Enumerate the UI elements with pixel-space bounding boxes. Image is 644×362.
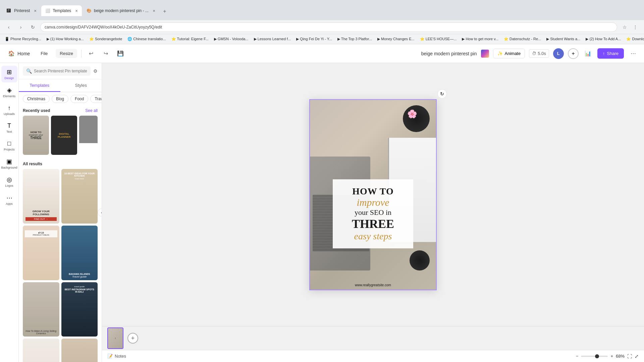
notes-label: Notes [115, 354, 126, 359]
zoom-thumb [595, 354, 599, 358]
tab-pinterest-close[interactable]: ✕ [34, 9, 37, 13]
canvas-refresh-button[interactable]: ↻ [437, 89, 447, 99]
tab-pinterest[interactable]: 🅿 Pinterest ✕ [3, 5, 41, 16]
share-button[interactable]: ↑ Share [597, 48, 624, 59]
bookmark-gmsn[interactable]: ▶ GMSN - Volooda... [212, 36, 251, 42]
sidebar-item-elements[interactable]: ◈ Elements [1, 84, 17, 101]
resize-button[interactable]: Resize [56, 49, 77, 58]
animate-button[interactable]: ✨ Animate [493, 49, 525, 58]
duration-display[interactable]: ⏱ 5.0s [529, 49, 549, 58]
redo-button[interactable]: ↪ [100, 48, 111, 59]
clock-icon: ⏱ [532, 51, 536, 56]
tab-pin[interactable]: 🎨 beige modern pinterest pin - ... ✕ [83, 5, 159, 16]
all-results-title: All results [23, 162, 42, 166]
sidebar-item-apps[interactable]: ⋯ Apps [1, 191, 17, 208]
sidebar-item-uploads[interactable]: ↑ Uploads [1, 102, 17, 118]
design-url: www.reallygreatsite.com [355, 283, 391, 287]
new-tab-button[interactable]: + [160, 7, 169, 16]
result-thumb-7 [23, 339, 59, 362]
see-all-button[interactable]: See all [85, 108, 98, 113]
result-thumb-1: GROW YOUR FOLLOWING FIND OUT → [23, 169, 59, 224]
sidebar-item-projects[interactable]: □ Projects [1, 137, 17, 154]
zoom-in-button[interactable]: + [610, 354, 613, 359]
pill-christmas[interactable]: Christmas [23, 95, 50, 103]
bookmark-download[interactable]: ⭐ Download - Cook... [624, 36, 644, 42]
tab-templates-close[interactable]: ✕ [75, 9, 78, 13]
fullscreen-button[interactable]: ⛶ [627, 354, 632, 359]
back-button[interactable]: ‹ [4, 22, 13, 32]
bookmark-tutorial[interactable]: ⭐ Tutorial: Eigene F... [169, 36, 211, 42]
bookmark-lee[interactable]: ⭐ LEE'S HOUSE—... [418, 36, 459, 42]
recent-template-2[interactable]: DIGITAL PLANNER [51, 116, 77, 155]
result-template-7[interactable] [23, 339, 59, 362]
recent-template-1[interactable]: HOW TO organize your THREE [23, 116, 49, 155]
sidebar-item-design[interactable]: ⊞ Design [1, 66, 17, 82]
sidebar-item-background[interactable]: ▣ Background [1, 155, 17, 172]
bookmark-datenschutz[interactable]: ⭐ Datenschutz - Re... [502, 36, 543, 42]
bookmark-chinese[interactable]: 🌐 Chinese translatio... [125, 36, 168, 42]
result-template-5[interactable]: How To Make A Living Selling Ceramics [23, 282, 59, 337]
undo-button[interactable]: ↩ [86, 48, 96, 59]
home-icon: 🏠 [8, 50, 15, 57]
share-label: Share [607, 51, 619, 56]
bookmark-money[interactable]: ▶ Money Changes E... [375, 36, 417, 42]
zoom-out-button[interactable]: − [576, 354, 579, 359]
tab-templates[interactable]: Templates [19, 79, 60, 92]
tab-styles[interactable]: Styles [60, 79, 102, 92]
pill-blog[interactable]: Blog [52, 95, 68, 103]
zoom-slider[interactable] [581, 356, 608, 357]
notes-button[interactable]: 📝 Notes [107, 354, 126, 359]
address-bar[interactable]: canva.com/design/DAFV24WQW/ooX4kOeU-ZaCi… [40, 22, 617, 32]
settings-icon[interactable]: ⋮ [631, 22, 640, 32]
tab-pin-close[interactable]: ✕ [153, 9, 155, 13]
all-results-section: All results GROW YOUR FOLLOWING FIND OUT… [19, 159, 102, 362]
home-label: Home [17, 51, 30, 56]
expand-button[interactable]: ⤢ [635, 354, 639, 359]
avatar[interactable]: L [553, 48, 564, 59]
pill-food[interactable]: Food [70, 95, 88, 103]
result-template-8[interactable] [61, 339, 98, 362]
tab-pinterest-label: Pinterest [14, 8, 30, 13]
result-template-2[interactable]: 10 BEST IDEAS FOR YOUR KITCHEN read more [61, 169, 98, 224]
filter-icon[interactable]: ⚙ [93, 68, 98, 74]
page-strip: 1 + [102, 326, 644, 350]
result-template-6[interactable]: travel guide BEST INSTAGRAM SPOTS IN BAL… [61, 282, 98, 337]
bookmark-top3[interactable]: ▶ The Top 3 Platfor... [335, 36, 374, 42]
bookmark-sonder[interactable]: ⭐ Sonderangebote [87, 36, 124, 42]
page-thumb-1[interactable]: 1 [107, 327, 123, 349]
bookmark-howmore[interactable]: ▶ How to get more v... [460, 36, 500, 42]
bookmark-phone[interactable]: 📱 Phone Recycling... [3, 36, 43, 42]
file-button[interactable]: File [37, 49, 52, 58]
tab-templates[interactable]: ⬜ Templates ✕ [41, 5, 82, 16]
refresh-button[interactable]: ↻ [28, 22, 38, 32]
search-input[interactable] [34, 69, 87, 73]
analytics-button[interactable]: 📊 [583, 48, 593, 59]
add-collaborator-button[interactable]: + [568, 48, 579, 59]
color-swatch[interactable] [481, 50, 489, 58]
result-template-1[interactable]: GROW YOUR FOLLOWING FIND OUT → [23, 169, 59, 224]
more-options-button[interactable]: ⋯ [628, 48, 639, 59]
animate-label: Animate [505, 51, 521, 56]
recently-used-grid: HOW TO organize your THREE DIGITAL [19, 114, 102, 156]
canvas-content[interactable]: ↻ 🌸 HOW TO [309, 99, 437, 290]
result-template-3[interactable]: 🏷 15 PRODUCT IDEAS [23, 226, 59, 280]
document-title: beige modern pinterest pin [421, 51, 477, 56]
bookmark-icon[interactable]: ☆ [620, 22, 629, 32]
home-button[interactable]: 🏠 Home [5, 49, 33, 58]
pill-travel[interactable]: Travel [90, 95, 102, 103]
bookmark-student[interactable]: ▶ Student Wants a... [544, 36, 582, 42]
bookmark-howtoadd[interactable]: ▶ (2) How To Add A... [584, 36, 623, 42]
forward-button[interactable]: › [16, 22, 25, 32]
recent-template-3[interactable] [79, 116, 98, 155]
save-indicator[interactable]: 💾 [115, 48, 126, 59]
logos-label: Logos [5, 184, 13, 187]
bookmark-working[interactable]: ▶ (1) How Working a... [45, 36, 86, 42]
sidebar-item-logos[interactable]: ◎ Logos [1, 173, 17, 190]
sidebar-item-text[interactable]: T Text [1, 120, 17, 136]
bookmark-lessons[interactable]: ▶ Lessons Learned f... [252, 36, 293, 42]
all-results-header: All results [19, 159, 102, 168]
search-icon: 🔍 [26, 68, 32, 74]
add-page-button[interactable]: + [127, 333, 138, 344]
result-template-4[interactable]: BAHAMA ISLANDS Travel guide [61, 226, 98, 280]
bookmark-qing[interactable]: ▶ Qing Fei De Yi - Y... [294, 36, 334, 42]
